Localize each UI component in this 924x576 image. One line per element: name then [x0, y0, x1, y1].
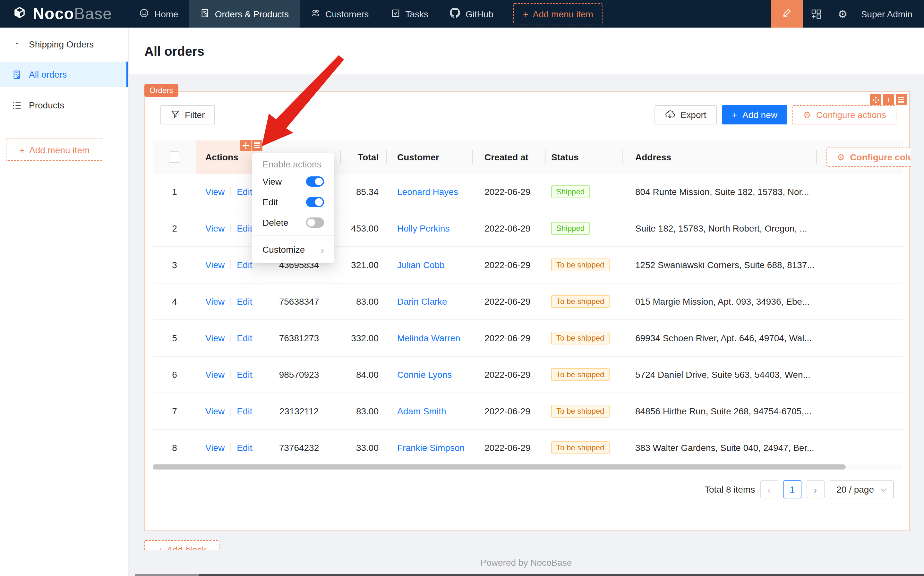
table-row: 8 ViewEdit 73764232 33.00 Frankie Simpso…: [153, 430, 903, 466]
customer-link[interactable]: Melinda Warren: [397, 333, 460, 343]
block-designer-toolbar: +: [870, 94, 907, 105]
edit-link[interactable]: Edit: [237, 187, 252, 197]
link-divider: [231, 443, 231, 452]
customers-people-icon: [311, 8, 320, 19]
sidebar-item-shipping-orders[interactable]: ↑ Shipping Orders: [0, 32, 128, 57]
export-button[interactable]: Export: [655, 105, 717, 125]
ui-editor-button[interactable]: [771, 0, 802, 27]
add-block-icon[interactable]: +: [883, 94, 894, 105]
table-row: 6 ViewEdit 98570923 84.00 Connie Lyons 2…: [153, 357, 903, 393]
view-link[interactable]: View: [205, 443, 224, 453]
view-link[interactable]: View: [205, 223, 224, 234]
arrow-up-icon: ↑: [12, 39, 22, 50]
header-customer: Customer: [387, 141, 473, 174]
edit-link[interactable]: Edit: [237, 370, 252, 380]
row-index: 5: [153, 320, 196, 356]
orders-document-icon: [200, 8, 210, 19]
user-menu[interactable]: Super Admin: [861, 9, 913, 19]
customer-link[interactable]: Connie Lyons: [397, 370, 452, 380]
nav-item-home[interactable]: Home: [129, 0, 189, 27]
edit-link[interactable]: Edit: [237, 296, 252, 307]
address: Suite 182, 15783, North Robert, Oregon, …: [623, 210, 817, 246]
dropdown-item-delete[interactable]: Delete: [252, 212, 334, 233]
dropdown-item-edit[interactable]: Edit: [252, 192, 334, 212]
nav-item-orders-products[interactable]: Orders & Products: [189, 0, 299, 27]
view-link[interactable]: View: [205, 370, 224, 380]
main-menu: Home Orders & Products Customers Tasks: [129, 0, 603, 27]
order-total: 332.00: [341, 320, 387, 356]
column-menu-icon[interactable]: [251, 140, 263, 151]
nocobase-logo[interactable]: NocoBase: [0, 5, 112, 23]
column-designer-toolbar: [240, 140, 263, 151]
customer-link[interactable]: Frankie Simpson: [397, 443, 464, 453]
sidebar-item-products[interactable]: Products: [0, 92, 128, 118]
page-number-button[interactable]: 1: [783, 480, 801, 498]
edit-link[interactable]: Edit: [237, 260, 252, 270]
customer-link[interactable]: Darin Clarke: [397, 296, 447, 307]
prev-page-button[interactable]: ‹: [760, 480, 778, 498]
chevron-down-icon: [880, 484, 887, 494]
status-badge: Shipped: [551, 186, 590, 198]
address: 015 Margie Mission, Apt. 093, 34936, Ebe…: [623, 283, 817, 320]
settings-button[interactable]: ⚙: [838, 7, 848, 20]
table-row: 4 ViewEdit 75638347 83.00 Darin Clarke 2…: [153, 283, 903, 320]
edit-link[interactable]: Edit: [237, 406, 252, 416]
dropdown-item-view[interactable]: View: [252, 171, 334, 192]
view-link[interactable]: View: [205, 296, 224, 307]
nav-item-github[interactable]: GitHub: [439, 0, 504, 27]
scrollbar-thumb[interactable]: [153, 464, 846, 469]
add-new-button[interactable]: + Add new: [722, 105, 788, 125]
view-link[interactable]: View: [205, 260, 224, 270]
navbar-add-menu-item-button[interactable]: + Add menu item: [513, 3, 603, 24]
order-total: 83.00: [341, 283, 387, 320]
delete-toggle[interactable]: [306, 218, 324, 228]
filter-button[interactable]: Filter: [160, 105, 215, 125]
block-menu-icon[interactable]: [896, 94, 907, 105]
edit-link[interactable]: Edit: [237, 223, 252, 234]
view-link[interactable]: View: [205, 333, 224, 343]
drag-handle-icon[interactable]: [870, 94, 881, 105]
status-badge: Shipped: [551, 222, 590, 235]
table-row: 7 ViewEdit 23132112 83.00 Adam Smith 202…: [153, 393, 903, 430]
next-page-button[interactable]: ›: [806, 480, 824, 498]
customer-link[interactable]: Holly Perkins: [397, 223, 450, 234]
edit-toggle[interactable]: [306, 197, 324, 207]
nav-item-customers[interactable]: Customers: [299, 0, 380, 27]
view-link[interactable]: View: [205, 406, 224, 416]
column-drag-handle-icon[interactable]: [240, 140, 251, 151]
dropdown-item-customize[interactable]: Customize ›: [252, 238, 334, 261]
sidebar-add-menu-item-button[interactable]: + Add menu item: [6, 139, 103, 161]
customer-link[interactable]: Julian Cobb: [397, 260, 445, 270]
pagination: Total 8 items ‹ 1 › 20 / page: [705, 480, 894, 498]
list-icon: [12, 101, 22, 110]
view-link[interactable]: View: [205, 187, 224, 197]
plugin-manager-button[interactable]: [811, 9, 821, 19]
cloud-download-icon: [665, 109, 675, 121]
view-toggle[interactable]: [306, 176, 324, 187]
page-size-select[interactable]: 20 / page: [830, 480, 894, 498]
edit-link[interactable]: Edit: [237, 333, 252, 343]
created-at: 2022-06-29: [473, 393, 546, 429]
add-block-button[interactable]: + Add block: [144, 540, 219, 550]
row-index: 3: [153, 247, 196, 283]
order-total: 453.00: [341, 210, 387, 246]
address: 5724 Daniel Drive, Suite 563, 54403, Wen…: [623, 357, 817, 392]
sidebar: ↑ Shipping Orders All orders Products + …: [0, 27, 129, 576]
link-divider: [231, 187, 231, 196]
header-address: Address: [623, 141, 817, 174]
cube-logo-icon: [13, 6, 26, 22]
customer-link[interactable]: Leonard Hayes: [397, 187, 458, 197]
created-at: 2022-06-29: [473, 174, 546, 210]
status-badge: To be shipped: [551, 441, 609, 454]
select-all-checkbox[interactable]: [169, 151, 180, 163]
order-total: 85.34: [341, 174, 387, 210]
created-at: 2022-06-29: [473, 430, 546, 466]
nav-item-tasks[interactable]: Tasks: [380, 0, 439, 27]
configure-columns-button[interactable]: ⚙ Configure columns: [826, 147, 911, 167]
orders-document-icon: [12, 70, 22, 79]
edit-link[interactable]: Edit: [237, 443, 252, 453]
configure-actions-button[interactable]: ⚙ Configure actions: [793, 105, 897, 125]
sidebar-item-all-orders[interactable]: All orders: [0, 62, 128, 87]
customer-link[interactable]: Adam Smith: [397, 406, 446, 416]
status-badge: To be shipped: [551, 331, 609, 344]
